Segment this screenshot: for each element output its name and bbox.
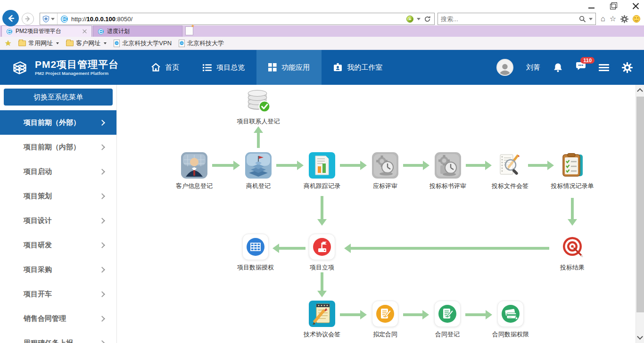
flow-node-bid-response-review[interactable]: 应标评审 <box>352 152 418 190</box>
favorite-link-university[interactable]: 北京科技大学 <box>179 39 224 48</box>
home-icon[interactable]: ⌂ <box>601 15 605 23</box>
customer-register-icon <box>181 152 207 179</box>
favorite-folder-customer[interactable]: 客户网址 <box>66 39 107 48</box>
arrow-tracking-to-response-review <box>340 164 361 167</box>
menu-hamburger-icon[interactable] <box>599 64 609 71</box>
flow-node-bid-file-countersign[interactable]: 投标文件会签 <box>477 152 543 190</box>
arrow-checklist-to-bid-result <box>571 198 574 220</box>
nav-home[interactable]: 首页 <box>140 50 191 85</box>
nav-my-workspace[interactable]: 我的工作室 <box>322 50 394 85</box>
url-host: 10.0.0.100 <box>87 16 116 23</box>
flow-node-bid-result[interactable]: 投标结果 <box>539 234 605 272</box>
feedback-smiley-icon[interactable] <box>633 15 640 23</box>
add-favorite-icon[interactable]: ★ <box>5 39 11 48</box>
opportunity-tracking-icon <box>309 152 335 179</box>
shield-add-widget[interactable] <box>40 13 58 24</box>
settings-gear-icon[interactable] <box>620 15 628 23</box>
scrollbar-thumb[interactable] <box>636 97 644 312</box>
sidebar-item-project-early-external[interactable]: 项目前期（外部） <box>0 110 116 135</box>
sidebar-item-project-early-internal[interactable]: 项目前期（内部） <box>0 135 116 159</box>
sidebar-item-milestone-report[interactable]: 里程碑任务上报 <box>0 331 116 343</box>
messages-button[interactable]: 110 <box>576 62 586 73</box>
url-prefix: http:// <box>71 16 87 23</box>
flow-node-label: 投标情况记录单 <box>539 182 605 190</box>
workspace-badge-icon <box>333 63 342 72</box>
scroll-up-icon[interactable] <box>637 88 643 94</box>
forward-button[interactable] <box>22 13 34 25</box>
search-dropdown-caret[interactable] <box>589 18 593 20</box>
flowchart-canvas: 项目联系人登记 客户信息登记 商机登记 商机跟踪记录 应标评审 <box>117 85 636 343</box>
minimize-button[interactable] <box>588 2 595 9</box>
vertical-scrollbar[interactable] <box>636 85 644 343</box>
back-button[interactable] <box>2 10 19 26</box>
sidebar-item-label: 里程碑任务上报 <box>24 339 73 343</box>
flow-node-contract-register[interactable]: 合同登记 <box>414 301 480 339</box>
flow-node-project-contact-register[interactable]: 项目联系人登记 <box>225 88 291 126</box>
sidebar-item-label: 销售合同管理 <box>24 314 66 323</box>
app-subtitle: PM2 Project Management Platform <box>35 71 119 76</box>
url-dropdown-caret[interactable] <box>417 18 421 20</box>
tab-pm2-platform[interactable]: PM2项目管理平台 <box>1 25 92 37</box>
notification-bell-icon[interactable] <box>553 63 563 73</box>
flow-node-customer-register[interactable]: 客户信息登记 <box>161 152 227 190</box>
tab-schedule-plan[interactable]: 进度计划 <box>93 25 182 37</box>
bid-record-checklist-icon <box>559 152 586 179</box>
dropdown-caret-icon <box>56 42 59 44</box>
search-box[interactable] <box>438 13 596 25</box>
restore-button[interactable] <box>610 2 617 9</box>
shield-dropdown-caret[interactable] <box>51 18 55 20</box>
address-bar[interactable]: http://10.0.0.100:8050/ + <box>40 13 435 25</box>
nav-project-overview[interactable]: 项目总览 <box>191 50 256 85</box>
site-compat-icon[interactable]: + <box>406 16 413 23</box>
flow-node-opportunity-register[interactable]: 商机登记 <box>225 152 291 190</box>
flow-node-contract-data-permission[interactable]: 合同数据权限 <box>478 301 544 339</box>
favorite-link-vpn[interactable]: 北京科技大学VPN <box>114 39 172 48</box>
user-avatar[interactable] <box>496 59 513 76</box>
chevron-right-icon <box>99 120 105 126</box>
window-titlebar <box>0 0 644 12</box>
refresh-icon[interactable] <box>424 16 431 23</box>
search-icon[interactable] <box>579 16 586 23</box>
chevron-right-icon <box>99 291 105 297</box>
flow-node-draft-contract[interactable]: 拟定合同 <box>352 301 418 339</box>
nav-function-apps[interactable]: 功能应用 <box>256 50 322 85</box>
url-text[interactable]: http://10.0.0.100:8050/ <box>68 16 403 23</box>
sidebar-item-project-commissioning[interactable]: 项目开车 <box>0 282 116 306</box>
flow-node-label: 技术协议会签 <box>289 330 355 339</box>
favorite-folder-common[interactable]: 常用网址 <box>18 39 59 48</box>
arrow-tracking-to-approval <box>321 196 323 220</box>
back-arrow-icon <box>7 14 15 23</box>
sidebar-item-label: 项目策划 <box>24 192 52 201</box>
contract-register-icon <box>434 301 461 327</box>
scroll-down-icon[interactable] <box>637 334 643 340</box>
chevron-right-icon <box>99 144 105 150</box>
new-tab-button[interactable] <box>185 26 193 35</box>
project-contact-register-icon <box>245 88 272 114</box>
url-suffix: :8050/ <box>116 16 132 23</box>
chevron-right-icon <box>99 340 105 343</box>
favorites-star-icon[interactable]: ☆ <box>610 15 616 23</box>
sidebar-item-project-procurement[interactable]: 项目采购 <box>0 257 116 282</box>
flow-node-bid-document-review[interactable]: 投标标书评审 <box>415 152 481 190</box>
flow-node-bid-record-checklist[interactable]: 投标情况记录单 <box>539 152 605 190</box>
switch-system-menu-button[interactable]: 切换至系统菜单 <box>4 89 113 106</box>
nav-label: 首页 <box>165 63 179 72</box>
flow-node-opportunity-tracking[interactable]: 商机跟踪记录 <box>289 152 355 190</box>
arrow-customer-to-opportunity <box>212 164 234 167</box>
settings-gear-icon[interactable] <box>622 62 633 73</box>
pm2-logo-icon <box>8 57 30 77</box>
sidebar-item-project-start[interactable]: 项目启动 <box>0 159 116 184</box>
sidebar-item-project-rd[interactable]: 项目研发 <box>0 233 116 257</box>
tab-close-icon[interactable] <box>83 29 87 34</box>
brand-logo[interactable]: PM2项目管理平台 PM2 Project Management Platfor… <box>0 50 125 85</box>
bid-response-review-icon <box>372 152 398 179</box>
search-input[interactable] <box>441 16 576 23</box>
sidebar-item-project-planning[interactable]: 项目策划 <box>0 184 116 208</box>
sidebar-item-sales-contract[interactable]: 销售合同管理 <box>0 306 116 331</box>
arrow-document-review-to-countersign <box>466 164 486 167</box>
avatar-person-icon <box>498 62 512 75</box>
user-name[interactable]: 刘菁 <box>526 63 540 72</box>
sidebar-item-project-design[interactable]: 项目设计 <box>0 208 116 233</box>
flow-node-tech-agreement-countersign[interactable]: 技术协议会签 <box>289 301 355 339</box>
close-button[interactable] <box>632 2 639 9</box>
